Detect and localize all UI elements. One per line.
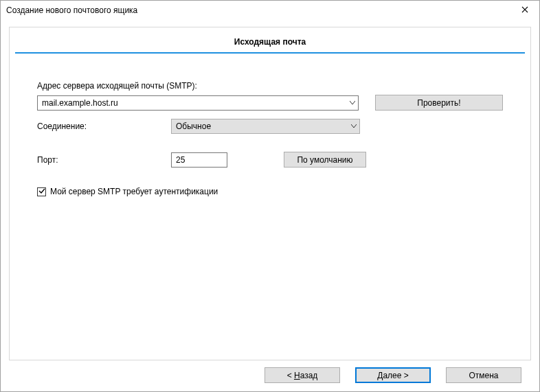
- connection-row: Соединение: Обычное: [37, 119, 503, 134]
- port-value: 25: [176, 155, 185, 165]
- check-icon: [38, 187, 45, 196]
- auth-checkbox-row: Мой сервер SMTP требует аутентификации: [37, 187, 503, 196]
- chevron-down-icon: [351, 124, 357, 128]
- titlebar: Создание нового почтового ящика: [1, 1, 539, 20]
- back-button-label: < Назад: [287, 371, 318, 380]
- close-button[interactable]: [510, 1, 539, 20]
- default-port-label: По умолчанию: [297, 155, 352, 165]
- cancel-button[interactable]: Отмена: [446, 367, 521, 383]
- port-input[interactable]: 25: [171, 152, 227, 168]
- default-port-button[interactable]: По умолчанию: [284, 152, 366, 168]
- smtp-server-row: mail.example.host.ru Проверить!: [37, 95, 503, 111]
- chevron-down-icon: [350, 101, 355, 105]
- next-button[interactable]: Далее >: [355, 367, 431, 383]
- auth-checkbox[interactable]: [37, 187, 46, 196]
- window-title: Создание нового почтового ящика: [6, 5, 137, 15]
- wizard-footer: < Назад Далее > Отмена: [9, 360, 531, 383]
- port-row: Порт: 25 По умолчанию: [37, 152, 503, 168]
- panel-body: Адрес сервера исходящей почты (SMTP): ma…: [10, 54, 530, 196]
- close-icon: [521, 5, 528, 15]
- panel-title: Исходящая почта: [10, 27, 530, 52]
- port-label: Порт:: [37, 155, 171, 165]
- verify-button[interactable]: Проверить!: [375, 95, 503, 111]
- connection-select[interactable]: Обычное: [171, 119, 360, 134]
- verify-button-label: Проверить!: [417, 98, 460, 108]
- back-button[interactable]: < Назад: [265, 367, 340, 383]
- connection-value: Обычное: [176, 122, 211, 131]
- smtp-server-combo[interactable]: mail.example.host.ru: [37, 95, 359, 111]
- wizard-panel: Исходящая почта Адрес сервера исходящей …: [9, 27, 531, 360]
- dialog-window: Создание нового почтового ящика Исходяща…: [0, 0, 540, 392]
- smtp-server-label: Адрес сервера исходящей почты (SMTP):: [37, 81, 503, 91]
- smtp-server-value: mail.example.host.ru: [42, 98, 118, 108]
- cancel-button-label: Отмена: [469, 371, 498, 380]
- next-button-label: Далее >: [377, 371, 409, 380]
- connection-label: Соединение:: [37, 122, 171, 131]
- content-area: Исходящая почта Адрес сервера исходящей …: [1, 20, 539, 391]
- auth-checkbox-label: Мой сервер SMTP требует аутентификации: [50, 187, 218, 196]
